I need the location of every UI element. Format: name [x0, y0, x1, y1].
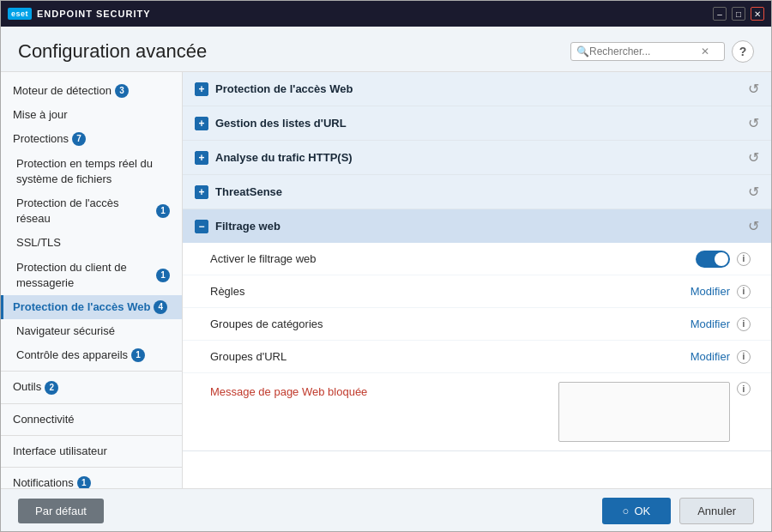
ok-button[interactable]: ○ OK [602, 498, 672, 524]
content-area: Moteur de détection 3 Mise à jour Protec… [1, 72, 771, 488]
sidebar-item-moteur-detection[interactable]: Moteur de détection 3 [1, 79, 182, 103]
reset-icon-threatsense[interactable]: ↺ [748, 184, 759, 200]
accordion-header-protection-acces-web[interactable]: + Protection de l'accès Web ↺ [183, 72, 771, 106]
textarea-wrapper: i [558, 382, 751, 442]
sidebar-item-label: SSL/TLS [16, 235, 61, 251]
modifier-link-groupes-categories[interactable]: Modifier [691, 317, 730, 330]
sidebar-item-label: Outils [13, 379, 41, 395]
sidebar-item-label: Mise à jour [13, 107, 68, 123]
main-container: Configuration avancée 🔍 ✕ ? Moteur de dé… [1, 27, 771, 532]
info-icon-activer-filtrage-web[interactable]: i [737, 252, 751, 266]
sidebar-item-connectivite[interactable]: Connectivité [1, 408, 182, 432]
accordion-body-filtrage-web: Activer le filtrage web i Règle [183, 243, 771, 450]
header: Configuration avancée 🔍 ✕ ? [1, 27, 771, 72]
sidebar-item-interface-utilisateur[interactable]: Interface utilisateur [1, 439, 182, 463]
label-groupes-url: Groupes d'URL [210, 350, 691, 363]
ok-icon: ○ [623, 505, 630, 517]
page-title: Configuration avancée [18, 40, 207, 63]
sidebar-item-protection-client-messagerie[interactable]: Protection du client de messagerie 1 [1, 256, 182, 295]
sidebar-item-outils[interactable]: Outils 2 [1, 375, 182, 399]
accordion-header-analyse-trafic[interactable]: + Analyse du trafic HTTP(S) ↺ [183, 141, 771, 174]
info-icon-groupes-categories[interactable]: i [737, 317, 751, 331]
sidebar-divider-2 [1, 403, 182, 404]
accordion-toggle-gestion-listes-url[interactable]: + [195, 117, 208, 130]
cancel-button[interactable]: Annuler [679, 498, 754, 524]
footer: Par défaut ○ OK Annuler [1, 488, 771, 532]
modifier-link-regles[interactable]: Modifier [691, 285, 730, 298]
sidebar-item-label: Protection en temps réel du système de f… [16, 156, 170, 187]
ok-label: OK [634, 505, 650, 517]
sidebar-item-label: Protection du client de messagerie [16, 260, 153, 291]
accordion-analyse-trafic: + Analyse du trafic HTTP(S) ↺ [183, 141, 771, 175]
accordion-title-analyse-trafic: Analyse du trafic HTTP(S) [215, 151, 741, 164]
setting-row-groupes-url: Groupes d'URL Modifier i [183, 341, 771, 373]
clear-search-icon[interactable]: ✕ [701, 45, 709, 57]
sidebar-item-ssl-tls[interactable]: SSL/TLS [1, 231, 182, 255]
sidebar-item-protection-temps-reel[interactable]: Protection en temps réel du système de f… [1, 152, 182, 191]
reset-icon-analyse-trafic[interactable]: ↺ [748, 149, 759, 166]
search-icon: 🔍 [576, 45, 589, 57]
reset-icon-protection-acces-web[interactable]: ↺ [748, 81, 759, 97]
sidebar-item-mise-a-jour[interactable]: Mise à jour [1, 103, 182, 127]
default-button[interactable]: Par défaut [18, 499, 104, 523]
sidebar-item-protection-acces-reseau[interactable]: Protection de l'accès réseau 1 [1, 191, 182, 231]
sidebar-item-label: Navigateur sécurisé [16, 323, 115, 339]
reset-icon-filtrage-web[interactable]: ↺ [748, 218, 759, 234]
maximize-button[interactable]: □ [732, 7, 745, 21]
sidebar-item-controle-appareils[interactable]: Contrôle des appareils 1 [1, 343, 182, 367]
titlebar: eset ENDPOINT SECURITY – □ ✕ [1, 1, 771, 27]
sidebar-item-protection-acces-web[interactable]: Protection de l'accès Web 4 [1, 295, 182, 319]
sidebar-item-label: Notifications [13, 475, 74, 488]
sidebar-item-label: Protections [13, 131, 69, 147]
toggle-thumb [715, 252, 728, 266]
close-button[interactable]: ✕ [751, 7, 764, 21]
accordion-header-gestion-listes-url[interactable]: + Gestion des listes d'URL ↺ [183, 106, 771, 140]
toggle-track[interactable] [696, 251, 730, 268]
accordion-toggle-threatsense[interactable]: + [195, 185, 208, 199]
accordion-header-filtrage-web[interactable]: − Filtrage web ↺ [183, 209, 771, 243]
sidebar-item-label: Protection de l'accès Web [13, 299, 150, 315]
sidebar-item-navigateur-securise[interactable]: Navigateur sécurisé [1, 319, 182, 343]
info-icon-regles[interactable]: i [737, 285, 751, 299]
sidebar-divider-4 [1, 467, 182, 468]
accordion-title-filtrage-web: Filtrage web [215, 220, 741, 233]
modifier-link-groupes-url[interactable]: Modifier [691, 350, 730, 363]
accordion-toggle-protection-acces-web[interactable]: + [195, 82, 208, 96]
titlebar-controls: – □ ✕ [713, 7, 764, 21]
label-activer-filtrage-web: Activer le filtrage web [210, 252, 696, 265]
label-groupes-categories: Groupes de catégories [210, 317, 691, 330]
main-panel: + Protection de l'accès Web ↺ + Gestion … [183, 72, 771, 488]
eset-logo: eset [8, 8, 32, 20]
badge-controle-appareils: 1 [131, 348, 145, 362]
info-icon-groupes-url[interactable]: i [737, 350, 751, 364]
sidebar-item-protections[interactable]: Protections 7 [1, 127, 182, 151]
titlebar-left: eset ENDPOINT SECURITY [8, 8, 151, 20]
sidebar-item-label: Moteur de détection [13, 83, 112, 99]
accordion-threatsense: + ThreatSense ↺ [183, 175, 771, 209]
sidebar-item-label: Connectivité [13, 412, 75, 427]
accordion-toggle-filtrage-web[interactable]: − [195, 220, 208, 233]
minimize-button[interactable]: – [713, 7, 727, 21]
reset-icon-gestion-listes-url[interactable]: ↺ [748, 115, 759, 131]
search-box: 🔍 ✕ [570, 42, 725, 61]
setting-row-groupes-categories: Groupes de catégories Modifier i [183, 308, 771, 341]
textarea-message-bloquee[interactable] [558, 382, 730, 442]
accordion-title-threatsense: ThreatSense [215, 185, 741, 198]
badge-outils: 2 [45, 381, 58, 395]
accordion-toggle-analyse-trafic[interactable]: + [195, 151, 208, 165]
accordion-header-threatsense[interactable]: + ThreatSense ↺ [183, 175, 771, 209]
sidebar-item-notifications[interactable]: Notifications 1 [1, 471, 182, 488]
accordion-gestion-listes-url: + Gestion des listes d'URL ↺ [183, 106, 771, 141]
badge-acces-reseau: 1 [156, 204, 170, 218]
control-groupes-categories: Modifier i [691, 317, 751, 331]
badge-moteur-detection: 3 [115, 84, 129, 98]
label-regles: Règles [210, 285, 691, 298]
textarea-row-message-bloquee: Message de page Web bloquée i [183, 373, 771, 450]
toggle-activer-filtrage-web[interactable] [696, 251, 730, 268]
control-groupes-url: Modifier i [691, 350, 751, 364]
accordion-title-protection-acces-web: Protection de l'accès Web [215, 82, 741, 95]
help-button[interactable]: ? [732, 40, 754, 63]
search-input[interactable] [589, 45, 701, 57]
sidebar-divider-1 [1, 371, 182, 372]
info-icon-message-bloquee[interactable]: i [737, 382, 751, 396]
